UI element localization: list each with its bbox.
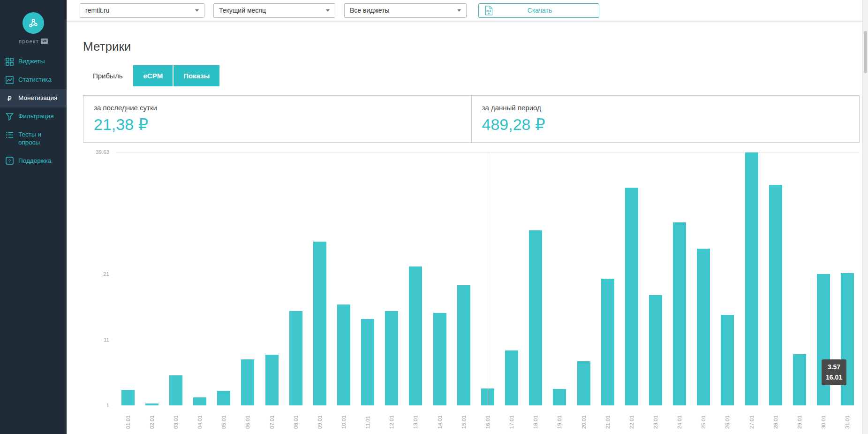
bar-slot	[284, 152, 308, 405]
chart-bar-28.01[interactable]	[769, 185, 782, 405]
chart-bar-01.01[interactable]	[121, 390, 135, 406]
chart-bar-31.01[interactable]	[841, 273, 854, 405]
x-axis-slot: 11.01	[356, 405, 380, 429]
tab-ecpm[interactable]: eCPM	[133, 65, 173, 86]
x-axis-label: 07.01	[269, 408, 275, 429]
sidebar-item-monetization[interactable]: ₽Монетизация	[0, 89, 67, 107]
stat-value: 489,28 ₽	[482, 115, 849, 134]
chart-bar-20.01[interactable]	[577, 361, 590, 405]
chart-bar-30.01[interactable]	[817, 274, 830, 405]
bar-slot	[188, 152, 211, 405]
x-axis-slot: 13.01	[404, 405, 428, 429]
chart-bar-25.01[interactable]	[697, 249, 710, 405]
chart-bar-23.01[interactable]	[649, 295, 662, 405]
site-select[interactable]: remtlt.ru	[80, 3, 204, 18]
sidebar-item-statistics[interactable]: Статистика	[0, 71, 67, 89]
chart-bar-09.01[interactable]	[313, 242, 326, 406]
y-axis: 39.6321111	[83, 152, 116, 405]
chart-bar-15.01[interactable]	[457, 285, 470, 405]
x-axis-label: 08.01	[293, 408, 299, 429]
bar-slot	[236, 152, 260, 405]
chart-bar-07.01[interactable]	[265, 355, 279, 405]
svg-text:₽: ₽	[8, 94, 12, 102]
stats-icon	[6, 76, 14, 84]
x-axis-label: 26.01	[725, 408, 730, 429]
x-axis-label: 12.01	[389, 408, 394, 429]
support-icon: ?	[6, 157, 14, 165]
chart-bar-10.01[interactable]	[337, 305, 350, 405]
vk-badge: vk	[41, 38, 48, 44]
bar-slot	[428, 152, 452, 405]
logo-product-name: проект	[19, 38, 39, 44]
sidebar-item-tests[interactable]: Тесты и опросы	[0, 126, 67, 152]
x-axis-slot: 20.01	[572, 405, 596, 429]
sidebar-nav: ВиджетыСтатистика₽МонетизацияФильтрацияТ…	[0, 53, 67, 170]
tab-profit[interactable]: Прибыль	[83, 65, 132, 86]
x-axis-label: 01.01	[125, 408, 131, 429]
tab-impressions[interactable]: Показы	[174, 65, 219, 86]
chart-bar-22.01[interactable]	[625, 188, 638, 405]
chart-bar-03.01[interactable]	[169, 375, 182, 405]
y-axis-spacer	[83, 405, 116, 429]
x-axis-slot: 18.01	[524, 405, 548, 429]
scrollbar-thumb[interactable]	[864, 31, 867, 73]
chart-bar-29.01[interactable]	[793, 354, 806, 405]
download-button[interactable]: XLS Скачать	[478, 3, 599, 18]
metric-tabs: ПрибыльeCPMПоказы	[83, 65, 860, 86]
chevron-down-icon	[457, 9, 461, 12]
svg-text:XLS: XLS	[486, 9, 491, 12]
stat-label: за последние сутки	[94, 104, 461, 112]
tooltip-date: 16.01	[826, 373, 842, 383]
x-axis-label: 30.01	[821, 408, 826, 429]
bar-slot	[668, 152, 692, 405]
bar-slot	[404, 152, 428, 405]
bar-slot	[643, 152, 667, 405]
sidebar-item-support[interactable]: ?Поддержка	[0, 152, 67, 170]
x-axis-slot: 25.01	[692, 405, 716, 429]
bar-slot	[116, 152, 140, 405]
bar-slot	[524, 152, 548, 405]
chart-bar-05.01[interactable]	[217, 391, 230, 405]
chart-bar-06.01[interactable]	[241, 359, 254, 405]
x-axis-label: 11.01	[365, 408, 370, 429]
chart-bar-02.01[interactable]	[145, 404, 159, 405]
x-axis-label: 25.01	[701, 408, 706, 429]
x-axis-label: 28.01	[773, 408, 778, 429]
sidebar-item-filtering[interactable]: Фильтрация	[0, 107, 67, 126]
x-axis-label: 05.01	[221, 408, 226, 429]
logo: проект vk	[0, 0, 67, 53]
chart-bar-04.01[interactable]	[193, 397, 206, 405]
chart-bar-26.01[interactable]	[721, 315, 734, 405]
chevron-down-icon	[326, 9, 330, 12]
chart-bar-17.01[interactable]	[505, 350, 518, 405]
chart-bar-24.01[interactable]	[673, 222, 686, 405]
chart-bar-19.01[interactable]	[553, 389, 566, 405]
scrollbar[interactable]	[862, 0, 868, 434]
sidebar-item-label: Статистика	[18, 76, 52, 84]
chart-bar-13.01[interactable]	[409, 266, 422, 405]
x-axis-label: 10.01	[341, 408, 347, 429]
y-axis-label: 39.63	[96, 149, 109, 155]
x-axis-slot: 15.01	[452, 405, 476, 429]
period-select[interactable]: Текущий месяц	[213, 3, 335, 18]
chart-bar-27.01[interactable]	[745, 152, 758, 405]
chart-bar-08.01[interactable]	[289, 311, 302, 405]
x-axis-slot: 06.01	[236, 405, 260, 429]
x-axis-slot: 23.01	[643, 405, 667, 429]
tests-icon	[6, 130, 14, 139]
stat-value: 21,38 ₽	[94, 115, 461, 134]
sidebar-item-label: Монетизация	[18, 94, 57, 102]
x-axis-slot: 04.01	[188, 405, 211, 429]
chart-bar-11.01[interactable]	[361, 319, 374, 406]
chart-bar-21.01[interactable]	[601, 279, 614, 405]
sidebar-item-label: Виджеты	[18, 58, 45, 66]
widgets-select[interactable]: Все виджеты	[344, 3, 467, 18]
sidebar-item-widgets[interactable]: Виджеты	[0, 53, 67, 71]
chart-bar-14.01[interactable]	[433, 313, 446, 405]
chevron-down-icon	[195, 9, 199, 12]
chart-bar-18.01[interactable]	[529, 230, 542, 405]
plot-area: 3.57 16.01	[116, 152, 860, 405]
chart-bar-12.01[interactable]	[385, 311, 398, 405]
ruble-icon: ₽	[6, 94, 14, 102]
page-title: Метрики	[83, 39, 860, 54]
